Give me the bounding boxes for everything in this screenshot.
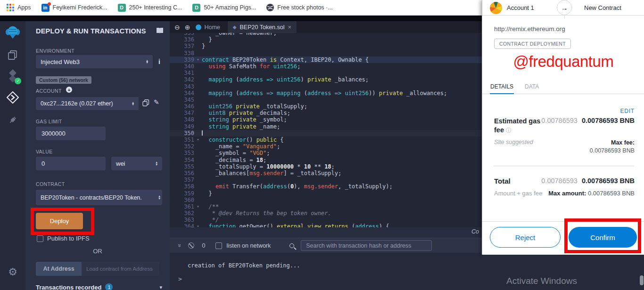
bookmark-linkedin[interactable]: in Feyikemi Frederick... (41, 4, 107, 12)
environment-info-icon[interactable]: i (158, 58, 160, 65)
terminal-log-line: creation of BEP20Token pending... (188, 262, 300, 269)
zoom-in-icon[interactable]: ⊕ (185, 24, 190, 31)
code-line-347: 347 uint8 private _decimals; (170, 110, 482, 116)
bookmark-label: Free stock photos ·... (277, 4, 332, 11)
solidity-compiler-icon[interactable]: ✓ (5, 68, 20, 83)
code-line-361: 361▾ /** (170, 203, 482, 210)
copy-account-icon[interactable] (142, 99, 149, 106)
edit-gas-link[interactable]: EDIT (620, 108, 635, 114)
max-fee: Max fee:0.00786593 BNB (533, 139, 635, 155)
publish-ipfs-row: Publish to IPFS (37, 235, 90, 242)
bookmark-interesting[interactable]: D 250+ Interesting C... (118, 4, 182, 12)
bookmark-free-stock[interactable]: Free stock photos ·... (266, 4, 332, 11)
deploy-button[interactable]: Deploy (36, 213, 83, 229)
plugin-manager-icon[interactable] (5, 113, 20, 128)
code-line-336: 336 } (170, 36, 482, 43)
edit-account-icon[interactable]: ✎ (154, 98, 159, 106)
code-line-363: 363 */ (170, 217, 482, 223)
info-icon[interactable]: ⓘ (506, 127, 512, 134)
clear-console-icon[interactable] (188, 242, 194, 249)
environment-select[interactable]: Injected Web3 ▴▾ (36, 55, 153, 68)
total-label: Total (494, 177, 511, 185)
code-line-346: 346 uint256 private _totalSupply; (170, 103, 482, 110)
remix-mini-icon (196, 24, 201, 30)
transactions-recorded-row[interactable]: Transactions recorded 1 ▾ (36, 283, 162, 290)
max-amount: Max amount: 0.00786593 BNB (542, 190, 635, 197)
settings-gear-icon[interactable]: ⚙ (5, 265, 20, 280)
code-line-364: 364▾ function getOwner() external view r… (170, 223, 482, 227)
tab-data[interactable]: DATA (525, 81, 539, 93)
editor-tab-bar: ⊖ ⊕ Home ◆ BEP20 Token.sol × (170, 21, 482, 33)
search-icon (289, 243, 294, 248)
amount-gas-fee-label: Amount + gas fee (494, 190, 542, 197)
apps-grid-icon (7, 4, 14, 11)
contract-select[interactable]: BEP20Token - contracts/BEP20 Token. ▴▾ (36, 190, 162, 205)
account-label: ACCOUNT (36, 88, 62, 94)
code-editor: ⊖ ⊕ Home ◆ BEP20 Token.sol × 335 _owner … (170, 21, 482, 290)
add-account-icon[interactable]: + (66, 87, 72, 93)
code-line-360: 360 (170, 197, 482, 203)
estimated-gas-row: Estimated gas fee ⓘ 0.007865930.00786593… (494, 117, 635, 135)
dapp-origin-url: http://remix.ethereum.org (494, 25, 565, 32)
code-line-348: 348 string private _symbol; (170, 116, 482, 123)
tab-home[interactable]: Home (196, 24, 220, 31)
code-line-345: 345 (170, 97, 482, 103)
terminal-output[interactable]: creation of BEP20Token pending... > (170, 253, 482, 290)
scrollbar-thumb[interactable] (640, 275, 644, 285)
tab-details[interactable]: DETAILS (490, 81, 514, 94)
compile-success-badge: ✓ (15, 78, 21, 84)
metamask-header: Account 1 → New Contract (482, 0, 644, 16)
stepper-icon: ▴▾ (132, 102, 134, 106)
remix-logo-icon[interactable] (5, 25, 20, 40)
transactions-count-badge: 1 (105, 283, 113, 290)
confirm-button[interactable]: Confirm (569, 227, 637, 248)
gas-limit-input[interactable] (36, 127, 106, 140)
estimated-gas-label: Estimated gas fee ⓘ (494, 117, 541, 135)
code-line-344: 344 mapping (address => mapping (address… (170, 90, 482, 97)
at-address-button[interactable]: At Address (36, 262, 82, 276)
code-line-340: 340 using SafeMath for uint256; (170, 63, 482, 70)
estimated-gas-values: 0.007865930.00786593 BNB (541, 117, 635, 135)
code-line-342: 342 mapping (address => uint256) private… (170, 76, 482, 83)
bookmark-amazing-pigs[interactable]: D 50+ Amazing Pigs... (192, 4, 256, 12)
globe-icon (266, 4, 274, 11)
metamask-popup: Account 1 → New Contract http://remix.et… (482, 0, 644, 255)
file-explorer-icon[interactable] (5, 48, 20, 63)
code-line-357: 357 (170, 177, 482, 183)
or-separator: OR (25, 248, 170, 255)
pending-count: 0 (202, 242, 205, 249)
d-icon: D (118, 4, 126, 12)
stepper-icon: ▴▾ (146, 60, 148, 64)
account-select[interactable]: 0xc27...2162e (0.027 ether) ▴▾ (36, 97, 139, 110)
from-account: Account 1 (507, 4, 534, 11)
code-line-349: 349 string private _name; (170, 123, 482, 130)
expand-terminal-icon[interactable]: » (176, 244, 183, 247)
listen-network-checkbox[interactable] (215, 242, 222, 249)
code-line-359: 359 } (170, 190, 482, 197)
publish-ipfs-checkbox[interactable] (37, 235, 43, 242)
code-line-341: 341 (170, 70, 482, 76)
code-area[interactable]: 335 _owner = newOwner;336 }337}338339▾co… (170, 33, 482, 227)
amount-gas-fee-row: Amount + gas fee Max amount: 0.00786593 … (494, 190, 635, 197)
zoom-out-icon[interactable]: ⊖ (174, 24, 180, 31)
code-line-355: 355 _totalSupply = 10000000 * 10 ** 18; (170, 163, 482, 170)
documentation-book-icon[interactable] (156, 27, 164, 34)
bookmark-apps[interactable]: Apps (7, 4, 31, 11)
chevron-down-icon[interactable]: ▾ (159, 284, 162, 290)
terminal-search-input[interactable] (301, 240, 432, 251)
code-line-362: 362 * @dev Returns the bep token owner. (170, 210, 482, 217)
value-input[interactable] (36, 157, 106, 170)
code-line-343: 343 (170, 83, 482, 90)
deploy-run-icon[interactable] (5, 90, 20, 105)
value-unit-select[interactable]: wei ▴▾ (111, 157, 162, 170)
metamask-tabs: DETAILS DATA (482, 81, 644, 94)
total-values: 0.007865930.00786593 BNB (511, 177, 635, 185)
tab-bep20-token-sol[interactable]: ◆ BEP20 Token.sol × (228, 21, 297, 33)
reject-button[interactable]: Reject (490, 227, 561, 248)
close-tab-icon[interactable]: × (288, 24, 292, 31)
code-line-337: 337} (170, 43, 482, 49)
stepper-icon: ▴▾ (156, 161, 157, 166)
solidity-file-icon: ◆ (233, 24, 237, 30)
at-address-input[interactable] (82, 262, 159, 276)
divider (494, 166, 634, 166)
